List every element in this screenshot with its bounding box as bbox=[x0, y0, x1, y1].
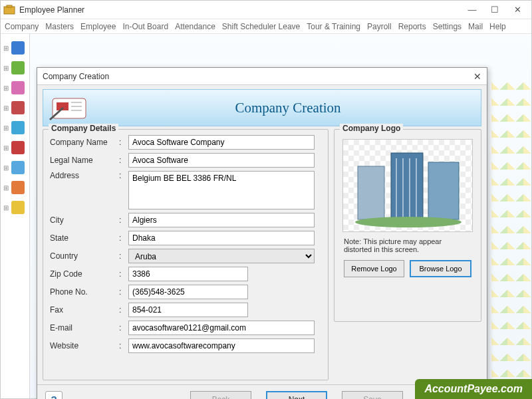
brand-badge: AccountPayee.com bbox=[415, 379, 532, 399]
logo-note: Note: This picture may appear distorted … bbox=[341, 237, 474, 260]
phone-input[interactable] bbox=[128, 285, 248, 299]
country-label: Country bbox=[50, 251, 119, 261]
menu-tour-training[interactable]: Tour & Training bbox=[307, 22, 360, 31]
company-details-group: Company Details Company Name: Legal Name… bbox=[43, 129, 329, 380]
menu-payroll[interactable]: Payroll bbox=[367, 22, 392, 31]
company-details-legend: Company Details bbox=[49, 124, 118, 133]
svg-rect-9 bbox=[428, 162, 459, 219]
city-label: City bbox=[50, 215, 119, 225]
sidebar-item-2[interactable]: ⊞ bbox=[1, 78, 29, 98]
company-creation-dialog: Company Creation ✕ Company Creation Comp… bbox=[37, 67, 487, 399]
menu-attendance[interactable]: Attendance bbox=[175, 22, 215, 31]
sidebar-item-0[interactable]: ⊞ bbox=[1, 38, 29, 58]
sidebar-item-7[interactable]: ⊞ bbox=[1, 178, 29, 198]
menu-reports[interactable]: Reports bbox=[398, 22, 426, 31]
website-input[interactable] bbox=[128, 338, 315, 353]
close-button[interactable]: ✕ bbox=[506, 3, 529, 17]
remove-logo-button[interactable]: Remove Logo bbox=[344, 260, 404, 277]
menu-inout-board[interactable]: In-Out Board bbox=[122, 22, 168, 31]
dialog-hero-text: Company Creation bbox=[95, 100, 481, 116]
save-button[interactable]: Save bbox=[342, 391, 403, 400]
sidebar-item-8[interactable]: ⊞ bbox=[1, 198, 29, 217]
logo-preview bbox=[342, 139, 473, 232]
dialog-close-icon[interactable]: ✕ bbox=[473, 71, 481, 82]
maximize-button[interactable]: ☐ bbox=[483, 3, 506, 17]
buildings-icon bbox=[343, 140, 473, 233]
sidebar-item-6[interactable]: ⊞ bbox=[1, 158, 29, 178]
main-titlebar: Employee Planner — ☐ ✕ bbox=[1, 1, 531, 19]
zip-input[interactable] bbox=[128, 267, 248, 281]
sidebar-item-3[interactable]: ⊞ bbox=[1, 98, 29, 118]
plane-icon bbox=[11, 161, 25, 174]
building-icon bbox=[11, 41, 25, 55]
website-label: Website bbox=[50, 341, 119, 350]
address-label: Address bbox=[50, 171, 119, 180]
background-decoration bbox=[491, 74, 531, 399]
zip-label: Zip Code bbox=[50, 269, 119, 279]
phone-label: Phone No. bbox=[50, 287, 119, 297]
sidebar: ⊞ ⊞ ⊞ ⊞ ⊞ ⊞ ⊞ ⊞ ⊞ bbox=[1, 34, 30, 398]
main-content: ⊞ ⊞ ⊞ ⊞ ⊞ ⊞ ⊞ ⊞ ⊞ Company Creation ✕ Com… bbox=[1, 34, 531, 398]
dialog-titlebar: Company Creation ✕ bbox=[37, 68, 487, 85]
dialog-hero: Company Creation bbox=[43, 89, 481, 126]
state-input[interactable] bbox=[128, 231, 315, 245]
notebook-icon bbox=[49, 93, 95, 122]
menu-shift-scheduler-leave[interactable]: Shift Scheduler Leave bbox=[222, 22, 300, 31]
legal-name-input[interactable] bbox=[128, 153, 315, 168]
svg-rect-8 bbox=[391, 153, 423, 219]
menubar: Company Masters Employee In-Out Board At… bbox=[1, 19, 531, 34]
sidebar-item-1[interactable]: ⊞ bbox=[1, 58, 29, 78]
browse-logo-button[interactable]: Browse Logo bbox=[410, 260, 471, 277]
sidebar-item-4[interactable]: ⊞ bbox=[1, 118, 29, 138]
svg-rect-0 bbox=[4, 7, 15, 14]
back-button[interactable]: Back bbox=[190, 391, 251, 400]
sidebar-item-5[interactable]: ⊞ bbox=[1, 138, 29, 158]
fax-label: Fax bbox=[50, 305, 119, 315]
company-name-input[interactable] bbox=[128, 135, 315, 150]
legal-name-label: Legal Name bbox=[50, 156, 119, 165]
menu-settings[interactable]: Settings bbox=[433, 22, 462, 31]
menu-masters[interactable]: Masters bbox=[45, 22, 74, 31]
minimize-button[interactable]: — bbox=[461, 3, 483, 17]
company-logo-legend: Company Logo bbox=[340, 124, 403, 133]
menu-company[interactable]: Company bbox=[5, 22, 39, 31]
main-window: Employee Planner — ☐ ✕ Company Masters E… bbox=[0, 0, 532, 399]
people-icon bbox=[11, 81, 25, 94]
address-input[interactable]: Belgium BE BEL 3386 FR/NL bbox=[128, 171, 315, 209]
calendar-icon bbox=[11, 141, 25, 154]
fax-input[interactable] bbox=[128, 303, 248, 317]
app-icon bbox=[3, 5, 15, 15]
next-button[interactable]: Next bbox=[266, 391, 327, 400]
svg-point-14 bbox=[355, 217, 462, 227]
clock-icon bbox=[11, 121, 25, 134]
email-input[interactable] bbox=[128, 321, 315, 335]
layers-icon bbox=[11, 61, 25, 74]
email-label: E-mail bbox=[50, 323, 119, 332]
company-logo-group: Company Logo Note: This picture may bbox=[334, 129, 481, 322]
dialog-title: Company Creation bbox=[43, 72, 109, 81]
svg-rect-1 bbox=[7, 5, 12, 7]
help-button[interactable]: ? bbox=[45, 391, 63, 400]
menu-mail[interactable]: Mail bbox=[468, 22, 483, 31]
menu-employee[interactable]: Employee bbox=[80, 22, 116, 31]
board-icon bbox=[11, 101, 25, 114]
main-title: Employee Planner bbox=[19, 5, 84, 15]
svg-rect-7 bbox=[358, 166, 384, 219]
wallet-icon bbox=[11, 181, 25, 194]
city-input[interactable] bbox=[128, 213, 315, 227]
company-name-label: Company Name bbox=[50, 138, 119, 147]
country-select[interactable]: Aruba bbox=[128, 249, 315, 263]
state-label: State bbox=[50, 233, 119, 243]
coin-icon bbox=[11, 201, 25, 214]
menu-help[interactable]: Help bbox=[489, 22, 506, 31]
